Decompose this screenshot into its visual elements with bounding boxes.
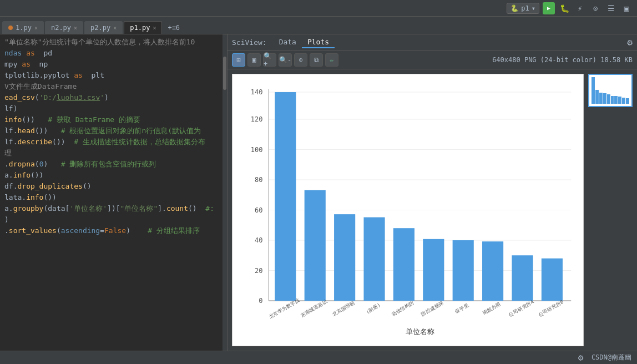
svg-text:100: 100: [251, 146, 263, 154]
code-line: .dropna(0) # 删除所有包含空值的行或列: [0, 159, 227, 170]
tab-overflow[interactable]: +≡6: [163, 22, 184, 34]
code-line: a.groupby(data['单位名称'])["单位名称"].count() …: [0, 203, 227, 214]
run-config-label: p1: [521, 4, 529, 12]
fit-window-button[interactable]: ⊞: [232, 53, 245, 67]
status-bar: ⚙ CSDN@南蓬幽: [0, 351, 637, 364]
tab-data[interactable]: Data: [274, 37, 302, 48]
thumb-bar-2: [595, 90, 599, 104]
code-line: tplotlib.pyplot as plt: [0, 70, 227, 81]
branding-text: CSDN@南蓬幽: [592, 353, 631, 362]
bar-4: [363, 218, 385, 301]
tab-1py[interactable]: 1.py ×: [2, 21, 44, 34]
bottom-settings-icon[interactable]: ⚙: [578, 352, 584, 363]
close-icon[interactable]: ×: [74, 25, 77, 31]
tab-label: p2.py: [90, 24, 110, 32]
svg-text:动收结构防: 动收结构防: [391, 300, 415, 317]
tab-p2py[interactable]: p2.py ×: [84, 21, 123, 34]
thumb-bar-10: [626, 98, 629, 104]
zoom-in-button[interactable]: 🔍+: [263, 53, 276, 67]
zoom-out-button[interactable]: 🔍-: [279, 53, 292, 67]
tab-plots[interactable]: Plots: [302, 37, 335, 48]
close-icon[interactable]: ×: [153, 25, 156, 31]
thumb-bar-7: [614, 96, 618, 104]
sciview-tabs: SciView: Data Plots ⚙: [228, 34, 637, 51]
tab-p1py[interactable]: p1.py ×: [124, 21, 162, 34]
bar-3: [334, 214, 355, 301]
svg-text:(副册): (副册): [365, 302, 382, 315]
svg-text:防控成规保: 防控成规保: [420, 300, 444, 317]
copy-button[interactable]: ⧉: [310, 53, 323, 67]
thumb-bar-6: [611, 96, 614, 104]
svg-text:20: 20: [255, 267, 262, 275]
thumbnail-panel: [588, 74, 633, 346]
code-line: ): [0, 214, 227, 225]
bar-8: [482, 241, 503, 301]
editor-tabs: 1.py × n2.py × p2.py × p1.py × +≡6: [0, 17, 637, 34]
close-icon[interactable]: ×: [113, 25, 117, 31]
svg-text:80: 80: [255, 176, 262, 184]
layout-icon[interactable]: ▣: [620, 2, 633, 14]
code-line: ead_csv('D:/luohu3.csv'): [0, 92, 227, 103]
debug-icon[interactable]: 🐛: [558, 2, 570, 14]
svg-text:0: 0: [259, 297, 262, 305]
bar-chart: 0 20 40 60 80 100: [232, 74, 583, 346]
svg-text:60: 60: [255, 206, 262, 214]
thumb-bar-4: [603, 93, 606, 104]
code-line: mpy as np: [0, 59, 227, 70]
svg-text:公司研究所A: 公司研究所A: [508, 299, 535, 317]
bar-9: [512, 255, 533, 301]
code-line: .sort_values(ascending=False) # 分组结果排序: [0, 225, 227, 236]
edit-button[interactable]: ✏: [325, 53, 338, 67]
code-line: a.info()): [0, 170, 227, 181]
code-line: lf.describe()) # 生成描述性统计数据，总结数据集分布: [0, 136, 227, 148]
run-config-selector[interactable]: 🐍 p1 ▾: [507, 3, 539, 14]
top-toolbar: 🐍 p1 ▾ 🐛 ⚡ ⊙ ☰ ▣: [0, 0, 637, 17]
bar-2: [305, 190, 326, 301]
thumb-bar-3: [599, 93, 603, 104]
image-toolbar: ⊞ ▣ 🔍+ 🔍- ⊙ ⧉ ✏ 640x480 PNG (24-bit colo…: [228, 51, 637, 69]
tab-label: n2.py: [51, 24, 71, 32]
svg-text:南航办用: 南航办用: [482, 301, 502, 316]
sciview-label: SciView:: [232, 38, 267, 47]
zoom-fit-button[interactable]: ⊙: [294, 53, 307, 67]
settings-icon[interactable]: ⚙: [627, 37, 633, 48]
code-editor: "单位名称"分组统计每个单位的人数信息，将人数排名前10 ndas as pd …: [0, 34, 228, 351]
svg-text:保平里: 保平里: [454, 302, 469, 315]
code-line: lf): [0, 103, 227, 114]
tab-n2py[interactable]: n2.py ×: [45, 21, 83, 34]
tab-dot: [8, 26, 13, 30]
code-line: ndas as pd: [0, 48, 227, 59]
bar-5: [393, 228, 414, 301]
code-line: info()) # 获取 DataFrame 的摘要: [0, 114, 227, 125]
profile-icon[interactable]: ⊙: [589, 2, 601, 14]
bar-1: [275, 92, 296, 301]
menu-icon[interactable]: ☰: [605, 2, 617, 14]
thumb-bar-9: [622, 98, 625, 104]
main-area: "单位名称"分组统计每个单位的人数信息，将人数排名前10 ndas as pd …: [0, 34, 637, 351]
scroll-bar[interactable]: [223, 34, 227, 351]
thumb-bar-1: [592, 77, 595, 104]
close-icon[interactable]: ×: [34, 25, 38, 31]
thumb-bar-5: [607, 94, 610, 104]
coverage-icon[interactable]: ⚡: [574, 2, 586, 14]
svg-text:140: 140: [251, 88, 263, 96]
svg-text:120: 120: [251, 115, 263, 123]
tab-label: 1.py: [16, 24, 32, 32]
code-line: lata.info()): [0, 192, 227, 203]
actual-size-button[interactable]: ▣: [247, 53, 261, 67]
bar-6: [423, 239, 444, 301]
code-line: df.drop_duplicates(): [0, 181, 227, 192]
bar-7: [453, 240, 474, 301]
code-line: V文件生成DataFrame: [0, 81, 227, 92]
chart-thumbnail[interactable]: [588, 74, 633, 107]
svg-text:公司研究所B: 公司研究所B: [538, 299, 565, 318]
sciview-pane: SciView: Data Plots ⚙ ⊞ ▣ 🔍+ 🔍- ⊙ ⧉ ✏ 64…: [228, 34, 637, 351]
run-button[interactable]: [543, 2, 555, 14]
svg-text:北京国明朝: 北京国明朝: [331, 300, 356, 317]
svg-text:东南城道路以: 东南城道路以: [300, 299, 328, 318]
bar-10: [542, 259, 563, 301]
x-axis-label: 单位名称: [406, 327, 434, 336]
image-info: 640x480 PNG (24-bit color) 18.58 KB: [492, 56, 633, 64]
chart-container: 0 20 40 60 80 100: [232, 74, 584, 346]
chevron-down-icon: ▾: [532, 4, 535, 12]
